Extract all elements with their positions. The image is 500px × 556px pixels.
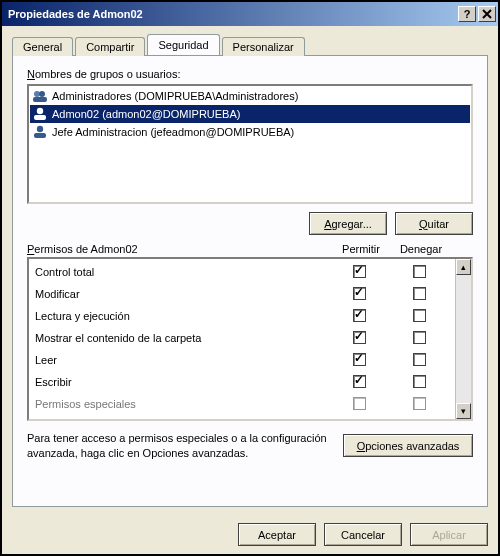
- perm-name: Permisos especiales: [35, 398, 329, 410]
- permissions-scroll-area: Control total Modificar Lectura y ejecuc…: [29, 259, 455, 419]
- perm-name: Lectura y ejecución: [35, 310, 329, 322]
- perm-row: Escribir: [29, 371, 455, 393]
- add-button[interactable]: Agregar...: [309, 212, 387, 235]
- tab-seguridad[interactable]: Seguridad: [147, 34, 219, 55]
- scroll-down-button[interactable]: ▾: [456, 403, 471, 419]
- tab-compartir[interactable]: Compartir: [75, 37, 145, 56]
- svg-rect-6: [34, 133, 46, 138]
- perm-row: Permisos especiales: [29, 393, 455, 415]
- deny-checkbox[interactable]: [413, 265, 426, 278]
- properties-dialog: Propiedades de Admon02 ? General Compart…: [0, 0, 500, 556]
- user-row[interactable]: Admon02 (admon02@DOMIPRUEBA): [30, 105, 470, 123]
- allow-checkbox[interactable]: [353, 375, 366, 388]
- allow-checkbox[interactable]: [353, 287, 366, 300]
- ok-button[interactable]: Aceptar: [238, 523, 316, 546]
- svg-point-5: [37, 126, 43, 132]
- deny-checkbox[interactable]: [413, 287, 426, 300]
- perm-row: Control total: [29, 261, 455, 283]
- perm-row: Mostrar el contenido de la carpeta: [29, 327, 455, 349]
- deny-checkbox[interactable]: [413, 375, 426, 388]
- users-label: Nombres de grupos o usuarios:: [27, 68, 473, 80]
- deny-checkbox[interactable]: [413, 397, 426, 410]
- help-button[interactable]: ?: [458, 6, 476, 22]
- close-button[interactable]: [478, 6, 496, 22]
- allow-checkbox[interactable]: [353, 309, 366, 322]
- tab-general[interactable]: General: [12, 37, 73, 56]
- user-row[interactable]: Administradores (DOMIPRUEBA\Administrado…: [30, 87, 470, 105]
- perm-name: Mostrar el contenido de la carpeta: [35, 332, 329, 344]
- tab-personalizar[interactable]: Personalizar: [222, 37, 305, 56]
- apply-button[interactable]: Aplicar: [410, 523, 488, 546]
- permissions-for-label: Permisos de Admon02: [27, 243, 331, 255]
- cancel-button[interactable]: Cancelar: [324, 523, 402, 546]
- permissions-allow-header: Permitir: [331, 243, 391, 255]
- advanced-note: Para tener acceso a permisos especiales …: [27, 431, 335, 461]
- window-title: Propiedades de Admon02: [8, 8, 143, 20]
- allow-checkbox[interactable]: [353, 265, 366, 278]
- perm-row: Modificar: [29, 283, 455, 305]
- group-icon: [32, 88, 48, 104]
- advanced-note-row: Para tener acceso a permisos especiales …: [27, 431, 473, 461]
- allow-checkbox[interactable]: [353, 353, 366, 366]
- advanced-button[interactable]: Opciones avanzadas: [343, 434, 473, 457]
- deny-checkbox[interactable]: [413, 309, 426, 322]
- perm-row: Leer: [29, 349, 455, 371]
- tab-page-seguridad: Nombres de grupos o usuarios: Administra…: [12, 55, 488, 507]
- allow-checkbox[interactable]: [353, 331, 366, 344]
- close-icon: [482, 9, 492, 19]
- user-icon: [32, 124, 48, 140]
- deny-checkbox[interactable]: [413, 331, 426, 344]
- svg-point-3: [37, 108, 43, 114]
- users-listbox[interactable]: Administradores (DOMIPRUEBA\Administrado…: [27, 84, 473, 204]
- user-display: Administradores (DOMIPRUEBA\Administrado…: [52, 90, 298, 102]
- user-display: Jefe Administracion (jefeadmon@DOMIPRUEB…: [52, 126, 294, 138]
- scroll-up-button[interactable]: ▴: [456, 259, 471, 275]
- perm-name: Escribir: [35, 376, 329, 388]
- permissions-scrollbar[interactable]: ▴ ▾: [455, 259, 471, 419]
- user-icon: [32, 106, 48, 122]
- permissions-deny-header: Denegar: [391, 243, 451, 255]
- perm-name: Control total: [35, 266, 329, 278]
- deny-checkbox[interactable]: [413, 353, 426, 366]
- user-row[interactable]: Jefe Administracion (jefeadmon@DOMIPRUEB…: [30, 123, 470, 141]
- titlebar: Propiedades de Admon02 ?: [2, 2, 498, 26]
- users-buttons: Agregar... Quitar: [27, 212, 473, 235]
- perm-name: Modificar: [35, 288, 329, 300]
- client-area: General Compartir Seguridad Personalizar…: [2, 26, 498, 515]
- dialog-footer: Aceptar Cancelar Aplicar: [2, 515, 498, 554]
- scroll-track[interactable]: [456, 275, 471, 403]
- permissions-header: Permisos de Admon02 Permitir Denegar: [27, 241, 473, 257]
- user-display: Admon02 (admon02@DOMIPRUEBA): [52, 108, 240, 120]
- perm-row: Lectura y ejecución: [29, 305, 455, 327]
- allow-checkbox[interactable]: [353, 397, 366, 410]
- remove-button[interactable]: Quitar: [395, 212, 473, 235]
- svg-point-1: [39, 91, 45, 97]
- svg-rect-2: [33, 97, 47, 102]
- tab-strip: General Compartir Seguridad Personalizar: [12, 34, 488, 55]
- perm-name: Leer: [35, 354, 329, 366]
- permissions-list: Control total Modificar Lectura y ejecuc…: [27, 257, 473, 421]
- svg-rect-4: [34, 115, 46, 120]
